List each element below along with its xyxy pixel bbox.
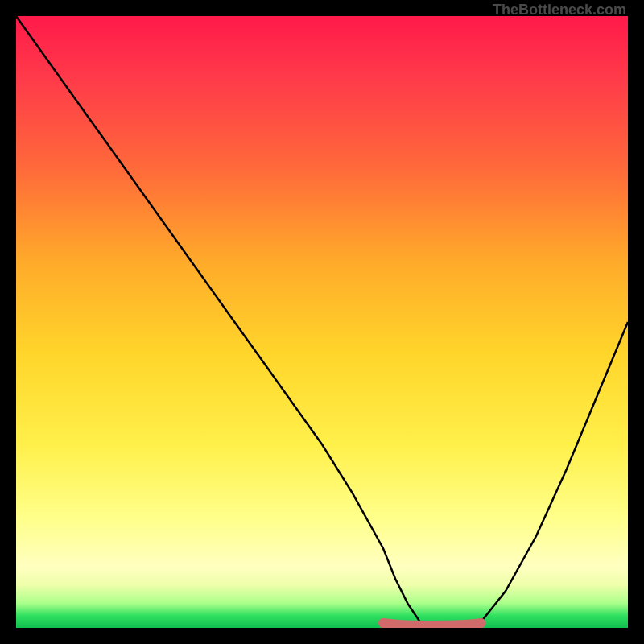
chart-plot-area [16,16,628,628]
attribution-text: TheBottleneck.com [493,2,626,19]
bottleneck-curve-path [16,16,628,628]
bottleneck-curve-svg [16,16,628,628]
optimal-range-highlight [383,623,481,625]
